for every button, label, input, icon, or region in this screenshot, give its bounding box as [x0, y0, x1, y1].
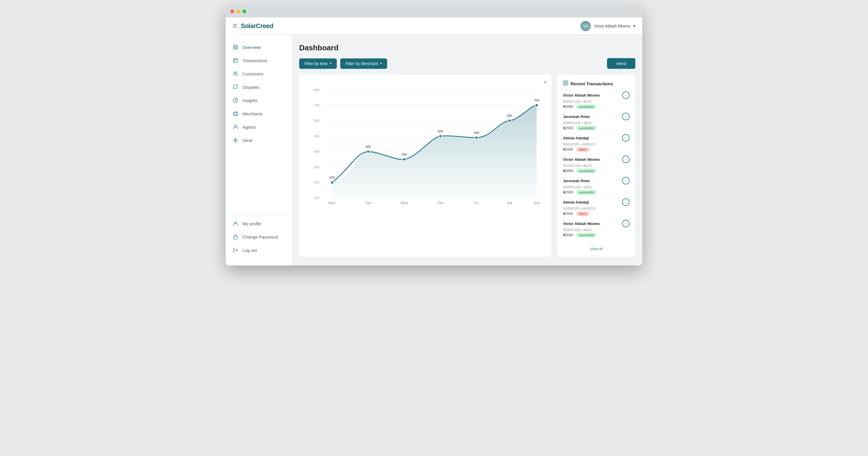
svg-text:800: 800 — [314, 88, 319, 92]
txn-arrow-button[interactable]: → — [622, 134, 629, 142]
window-frame: ☰ SolarCreed VA Victor Abbah Nkoms ▾ Ove… — [226, 6, 642, 265]
txn-meta: 002592325 • KADECO — [563, 207, 629, 210]
txn-status-badge: successful — [576, 104, 597, 109]
filter-merchant-chevron: ▾ — [380, 62, 382, 65]
chart-container: ≡ — [299, 75, 552, 257]
my-profile-icon — [232, 221, 239, 226]
sidebar-item-overview[interactable]: Overview — [226, 40, 292, 54]
txn-amount: ₦2500 — [563, 211, 573, 216]
svg-text:500: 500 — [437, 130, 443, 133]
txn-name: Jeremiah Peter — [563, 115, 590, 119]
dropdown-icon: ▾ — [633, 24, 636, 28]
sidebar-item-change-password[interactable]: Change Password — [226, 230, 292, 243]
sidebar-item-overview-label: Overview — [243, 45, 261, 50]
right-panel: Recent Transactions Victor Abbah Nkoms →… — [557, 75, 636, 257]
sidebar-item-disputes[interactable]: Disputes — [226, 80, 292, 94]
sidebar-item-agents[interactable]: Agents — [226, 120, 292, 134]
sidebar-item-log-out-label: Log out — [243, 248, 257, 253]
svg-point-32 — [403, 158, 406, 161]
txn-name: Jeremiah Peter — [563, 179, 590, 183]
recent-transactions-icon — [563, 80, 568, 87]
transaction-item: Abiola Adedaji → 002592325 • KADECO ₦250… — [563, 198, 629, 220]
sidebar-item-my-profile[interactable]: My profile — [226, 217, 292, 230]
svg-text:700: 700 — [534, 99, 539, 102]
txn-arrow-button[interactable]: → — [622, 177, 629, 185]
svg-text:Sun: Sun — [533, 201, 540, 205]
svg-rect-52 — [566, 81, 568, 83]
page-content: Dashboard Filter by time ▾ Filter by Mer… — [292, 35, 642, 265]
svg-rect-4 — [234, 58, 238, 62]
overview-icon — [232, 44, 239, 50]
sidebar-item-customers[interactable]: Customers — [226, 67, 292, 80]
txn-meta: 0025971235 • AEDC — [563, 228, 629, 232]
sidebar-item-merchants[interactable]: Merchants — [226, 107, 292, 120]
sidebar-item-insights-label: Insights — [243, 98, 257, 103]
sidebar-item-transactions[interactable]: Transactions — [226, 54, 292, 67]
svg-rect-53 — [564, 84, 565, 85]
recent-transactions-title: Recent Transactions — [563, 80, 629, 87]
txn-amount: ₦5000 — [563, 105, 573, 109]
avatar: VA — [580, 21, 591, 31]
sidebar-item-vend[interactable]: Vend — [226, 134, 292, 147]
txn-status-badge: failed — [576, 211, 589, 216]
filter-row: Filter by time ▾ Filter by Merchant ▾ Ve… — [299, 58, 636, 69]
txn-name: Abiola Adedaji — [563, 200, 589, 204]
txn-arrow-button[interactable]: → — [622, 91, 629, 99]
txn-header: Abiola Adedaji → — [563, 198, 629, 206]
svg-rect-51 — [564, 81, 565, 83]
txn-meta: 0025971235 • JEDC — [563, 121, 629, 125]
svg-text:350: 350 — [402, 153, 407, 156]
txn-arrow-button[interactable]: → — [622, 113, 629, 120]
user-menu[interactable]: VA Victor Abbah Nkoms ▾ — [580, 21, 636, 31]
sidebar-item-insights[interactable]: Insights — [226, 94, 292, 107]
txn-status-badge: failed — [576, 147, 589, 152]
svg-text:300: 300 — [314, 165, 319, 169]
svg-rect-8 — [234, 112, 238, 116]
filter-time-button[interactable]: Filter by time ▾ — [299, 58, 337, 69]
hamburger-icon[interactable]: ☰ — [232, 23, 237, 29]
transactions-icon — [232, 58, 239, 63]
transaction-item: Jeremiah Peter → 0025971235 • JEDC ₦2500… — [563, 177, 629, 198]
filter-merchant-button[interactable]: Filter by Merchant ▾ — [340, 58, 387, 69]
view-all-button[interactable]: View all — [563, 247, 629, 251]
header-left: ☰ SolarCreed — [232, 22, 273, 30]
txn-arrow-button[interactable]: → — [622, 156, 629, 163]
minimize-button[interactable] — [237, 9, 240, 13]
nav-section: Overview Transactions Customers Disputes… — [226, 40, 292, 212]
sidebar-item-my-profile-label: My profile — [243, 221, 261, 226]
app-container: ☰ SolarCreed VA Victor Abbah Nkoms ▾ Ove… — [226, 18, 642, 265]
sidebar-item-log-out[interactable]: Log out — [226, 243, 292, 257]
txn-name: Victor Abbah Nkoms — [563, 222, 600, 226]
transaction-item: Jeremiah Peter → 0025971235 • JEDC ₦2500… — [563, 113, 629, 134]
chart-menu-icon[interactable]: ≡ — [544, 79, 547, 85]
svg-text:100: 100 — [314, 196, 319, 200]
svg-point-35 — [508, 119, 511, 122]
change-password-icon — [232, 234, 239, 239]
maximize-button[interactable] — [243, 9, 246, 13]
sidebar-item-disputes-label: Disputes — [243, 85, 259, 90]
txn-name: Victor Abbah Nkoms — [563, 157, 600, 162]
txn-arrow-button[interactable]: → — [622, 220, 629, 227]
txn-amount: ₦2500 — [563, 190, 573, 194]
dashboard-body: ≡ — [299, 75, 636, 257]
logo: SolarCreed — [241, 22, 273, 30]
main-content: Overview Transactions Customers Disputes… — [226, 35, 642, 265]
vend-button[interactable]: Vend — [607, 58, 636, 69]
title-bar — [226, 6, 642, 18]
close-button[interactable] — [230, 9, 234, 13]
svg-point-36 — [535, 104, 538, 107]
txn-bottom: ₦2500 successful — [563, 190, 629, 195]
chart-wrap: 800 700 600 500 400 300 200 100 — [305, 80, 546, 214]
vend-icon — [232, 138, 239, 143]
svg-rect-2 — [234, 48, 235, 49]
page-title: Dashboard — [299, 43, 636, 52]
agents-icon — [232, 124, 239, 130]
txn-arrow-button[interactable]: → — [622, 198, 629, 206]
txn-meta: 0025971235 • AEDC — [563, 100, 629, 103]
svg-rect-0 — [234, 45, 235, 46]
filter-time-chevron: ▾ — [330, 62, 332, 65]
svg-text:Tue: Tue — [365, 201, 371, 205]
txn-name: Victor Abbah Nkoms — [563, 93, 600, 97]
svg-rect-1 — [236, 45, 238, 46]
transactions-list: Victor Abbah Nkoms → 0025971235 • AEDC ₦… — [563, 91, 629, 241]
